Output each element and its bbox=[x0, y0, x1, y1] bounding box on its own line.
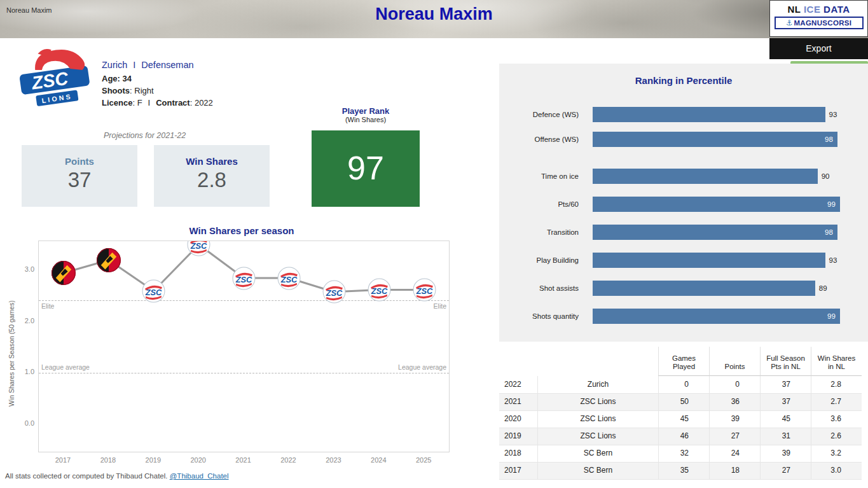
percentile-value: 98 bbox=[825, 132, 833, 147]
percentile-bar bbox=[593, 132, 837, 147]
table-header-line: Win Shares bbox=[818, 354, 855, 363]
table-header-cell bbox=[499, 347, 537, 376]
zsc-lions-logo-marker: ZSC bbox=[142, 279, 165, 303]
percentile-bar-row: Transition98 bbox=[499, 225, 868, 240]
separator: I bbox=[148, 98, 151, 108]
svg-text:ZSC: ZSC bbox=[415, 286, 432, 296]
percentile-category-label: Time on ice bbox=[499, 169, 579, 184]
y-tick-label: 0.0 bbox=[18, 419, 34, 427]
brand-data: DATA bbox=[823, 4, 850, 15]
y-tick-label: 2.0 bbox=[18, 317, 34, 324]
season-year-cell: 2018 bbox=[499, 445, 537, 463]
percentile-panel: Ranking in Percentile Defence (WS)93Offe… bbox=[499, 64, 868, 342]
sc-bern-logo-marker bbox=[96, 247, 121, 273]
export-button[interactable]: Export bbox=[769, 38, 868, 59]
percentile-category-label: Transition bbox=[499, 225, 579, 240]
player-team: Zurich bbox=[102, 60, 127, 70]
projections-heading: Projections for 2021-22 bbox=[104, 131, 186, 140]
contract-value: : 2022 bbox=[190, 98, 213, 108]
reference-label: League average bbox=[398, 363, 446, 371]
table-body: 2022Zurich00372.82021ZSC Lions5036372.72… bbox=[499, 376, 862, 479]
x-tick-label: 2018 bbox=[89, 456, 127, 464]
percentile-bar-track: 99 bbox=[593, 197, 855, 212]
brand-ice: ICE bbox=[804, 4, 821, 15]
player-rank-title: Player Rank bbox=[312, 106, 420, 116]
x-tick-label: 2020 bbox=[179, 456, 217, 464]
stat-cell: 27 bbox=[709, 428, 760, 445]
stat-cell: 24 bbox=[709, 445, 760, 463]
brand-logo: NL ICE DATA ⚓MAGNUSCORSI bbox=[769, 0, 868, 37]
team-name-cell: ZSC Lions bbox=[537, 428, 658, 445]
table-header-row: GamesPlayedPointsFull SeasonPts in NLWin… bbox=[499, 347, 862, 376]
brand-nl: NL bbox=[787, 4, 801, 15]
percentile-value: 93 bbox=[829, 107, 837, 122]
stat-cell: 39 bbox=[709, 410, 760, 428]
percentile-bar-track: 89 bbox=[593, 281, 855, 296]
y-tick-label: 1.0 bbox=[18, 368, 34, 375]
licence-label: Licence bbox=[102, 98, 132, 108]
percentile-bar-track: 93 bbox=[593, 107, 855, 122]
percentile-bar bbox=[593, 309, 840, 324]
x-tick-label: 2022 bbox=[270, 456, 308, 464]
player-rank-heading: Player Rank (Win Shares) bbox=[312, 106, 420, 123]
percentile-category-label: Shots quantity bbox=[499, 309, 579, 324]
svg-text:ZSC: ZSC bbox=[30, 68, 69, 94]
table-header-cell bbox=[537, 347, 658, 376]
percentile-bar-row: Play Building93 bbox=[499, 253, 868, 268]
contract-label: Contract bbox=[156, 98, 189, 108]
page-title: Noreau Maxim bbox=[0, 4, 868, 24]
table-row: 2021ZSC Lions5036372.7 bbox=[499, 393, 862, 410]
season-year-cell: 2022 bbox=[499, 376, 537, 394]
season-chart-title: Win Shares per season bbox=[19, 225, 464, 236]
sc-bern-logo-marker bbox=[51, 260, 76, 286]
stat-cell: 3.6 bbox=[811, 410, 862, 428]
percentile-bar-row: Pts/6099 bbox=[499, 197, 868, 212]
team-name-cell: ZSC Lions bbox=[537, 393, 658, 411]
season-year-cell: 2021 bbox=[499, 393, 537, 411]
player-rank-card: 97 bbox=[312, 130, 420, 207]
team-name-cell: ZSC Lions bbox=[537, 410, 658, 428]
stat-cell: 27 bbox=[760, 462, 811, 480]
stat-cell: 31 bbox=[760, 428, 811, 445]
table-row: 2019ZSC Lions4627312.6 bbox=[499, 428, 862, 445]
percentile-category-label: Offense (WS) bbox=[499, 132, 579, 147]
points-projection-card: Points 37 bbox=[22, 145, 137, 207]
win-shares-value: 2.8 bbox=[154, 168, 270, 192]
footer-link[interactable]: @Thibaud_Chatel bbox=[170, 472, 229, 480]
percentile-value: 89 bbox=[819, 281, 827, 296]
percentile-bar-row: Defence (WS)93 bbox=[499, 107, 868, 122]
team-name-cell: Zurich bbox=[537, 376, 658, 394]
reference-label: Elite bbox=[41, 302, 54, 310]
stat-cell: 0 bbox=[658, 376, 709, 394]
footer-text: All stats collected or computed by Thiba… bbox=[5, 472, 170, 480]
stat-cell: 32 bbox=[658, 445, 709, 463]
team-name-cell: SC Bern bbox=[537, 445, 658, 463]
reference-label: Elite bbox=[434, 302, 446, 310]
percentile-category-label: Play Building bbox=[499, 253, 579, 268]
brand-magnuscorsi: MAGNUSCORSI bbox=[794, 19, 851, 27]
zsc-lions-logo-marker: ZSC bbox=[187, 241, 210, 256]
percentile-bar-track: 90 bbox=[593, 169, 855, 184]
table-header-cell: Win Sharesin NL bbox=[811, 347, 862, 376]
x-tick-label: 2023 bbox=[314, 456, 352, 464]
brand-line1: NL ICE DATA bbox=[770, 4, 867, 15]
zsc-lions-logo-marker: ZSC bbox=[322, 280, 346, 303]
zsc-lions-logo: ZSC LIONS bbox=[17, 47, 93, 115]
zsc-lions-logo-marker: ZSC bbox=[232, 267, 256, 290]
percentile-bar-row: Shot assists89 bbox=[499, 281, 868, 296]
percentile-bar bbox=[593, 197, 840, 212]
percentile-bar-track: 93 bbox=[593, 253, 855, 268]
table-header-line: Games bbox=[672, 354, 696, 363]
x-tick-label: 2019 bbox=[134, 456, 172, 464]
anchor-icon: ⚓ bbox=[786, 19, 793, 27]
win-shares-label: Win Shares bbox=[154, 145, 270, 167]
percentile-bar bbox=[593, 281, 815, 296]
reference-line-league-average bbox=[39, 373, 449, 373]
table-row: 2017SC Bern3518273.0 bbox=[499, 462, 862, 479]
stat-cell: 3.0 bbox=[811, 462, 862, 480]
table-header-line: Played bbox=[673, 363, 695, 371]
points-value: 37 bbox=[22, 168, 137, 192]
table-header-line: in NL bbox=[828, 363, 845, 371]
percentile-value: 99 bbox=[827, 197, 836, 212]
stat-cell: 18 bbox=[709, 462, 760, 480]
